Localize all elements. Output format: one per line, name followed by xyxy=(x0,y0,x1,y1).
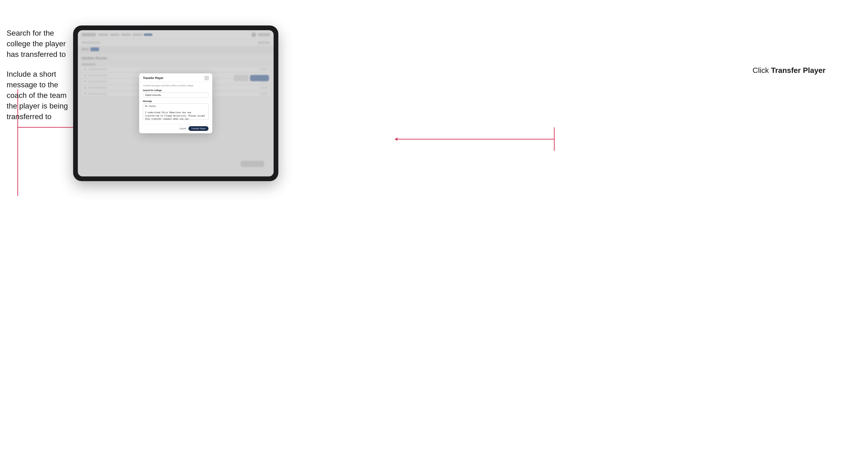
annotation-click-text: Click xyxy=(753,66,771,74)
annotation-right: Click Transfer Player xyxy=(753,66,826,75)
annotation-search-text: Search for the college the player has tr… xyxy=(7,28,73,59)
transfer-player-modal: Transfer Player × Transfer the player an… xyxy=(139,73,212,133)
message-label: Message xyxy=(143,100,209,102)
cancel-button[interactable]: Cancel xyxy=(180,127,186,130)
tablet-device: Update Roster xyxy=(73,26,278,181)
transfer-player-button[interactable]: Transfer Player xyxy=(188,126,209,131)
annotation-left: Search for the college the player has tr… xyxy=(7,28,73,131)
tablet-screen: Update Roster xyxy=(78,30,274,177)
annotation-message-text: Include a short message to the coach of … xyxy=(7,69,73,122)
modal-close-button[interactable]: × xyxy=(205,76,209,80)
message-textarea[interactable]: Hi Coach, I understand Chris Robertson h… xyxy=(143,103,209,120)
modal-description: Transfer the player and their profile to… xyxy=(143,85,209,87)
modal-title: Transfer Player xyxy=(143,76,163,80)
modal-overlay: Transfer Player × Transfer the player an… xyxy=(78,30,274,177)
search-college-label: Search for College xyxy=(143,89,209,92)
modal-footer: Cancel Transfer Player xyxy=(139,124,212,133)
search-college-input[interactable] xyxy=(143,92,209,98)
modal-body: Transfer the player and their profile to… xyxy=(139,82,212,124)
svg-marker-5 xyxy=(395,137,398,141)
modal-header: Transfer Player × xyxy=(139,73,212,82)
annotation-transfer-bold: Transfer Player xyxy=(771,66,826,74)
